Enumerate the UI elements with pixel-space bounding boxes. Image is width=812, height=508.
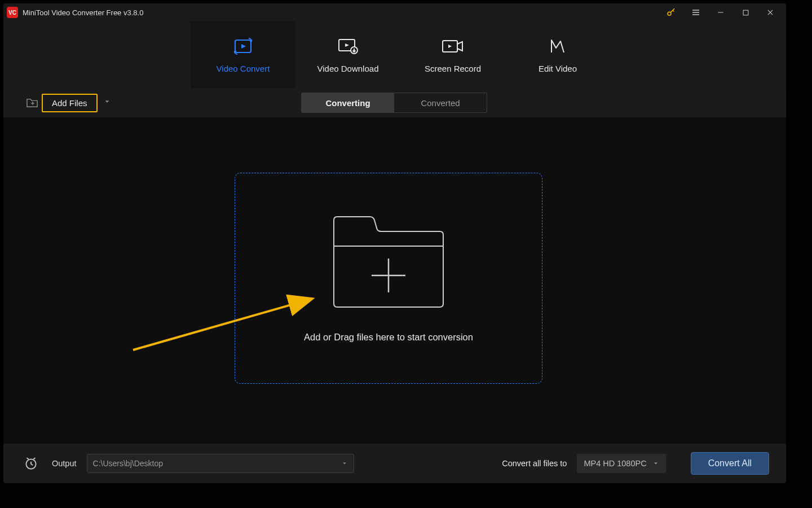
edit-video-icon — [548, 37, 567, 56]
add-folder-icon — [26, 97, 38, 108]
video-download-icon — [337, 37, 359, 56]
tab-video-convert[interactable]: Video Convert — [191, 21, 295, 88]
segment-label: Converted — [421, 98, 460, 108]
output-format-select[interactable]: MP4 HD 1080PC — [577, 454, 665, 473]
video-convert-icon — [232, 37, 254, 56]
add-files-label: Add Files — [52, 98, 87, 108]
key-icon[interactable] — [659, 3, 683, 21]
app-logo: VC — [7, 7, 18, 18]
app-window: VC MiniTool Video Converter Free v3.8.0 — [3, 3, 786, 483]
app-logo-text: VC — [8, 10, 16, 16]
output-label: Output — [52, 459, 77, 468]
schedule-icon[interactable] — [24, 456, 38, 471]
svg-rect-1 — [743, 10, 748, 15]
titlebar: VC MiniTool Video Converter Free v3.8.0 — [3, 3, 786, 21]
bottom-bar: Output C:\Users\bj\Desktop Convert all f… — [3, 444, 786, 483]
menu-icon[interactable] — [683, 3, 708, 21]
tab-video-download[interactable]: Video Download — [295, 21, 400, 88]
tab-screen-record[interactable]: Screen Record — [400, 21, 505, 88]
maximize-button[interactable] — [733, 3, 758, 21]
segment-label: Converting — [325, 98, 370, 108]
app-title: MiniTool Video Converter Free v3.8.0 — [23, 8, 143, 17]
output-path-select[interactable]: C:\Users\bj\Desktop — [87, 454, 354, 473]
output-path-value: C:\Users\bj\Desktop — [93, 459, 163, 468]
main-area: Add or Drag files here to start conversi… — [3, 117, 786, 444]
dropzone-text: Add or Drag files here to start conversi… — [304, 332, 473, 343]
status-segmented: Converting Converted — [301, 93, 487, 113]
tab-edit-video[interactable]: Edit Video — [505, 21, 610, 88]
tab-label: Video Convert — [217, 64, 270, 73]
output-format-value: MP4 HD 1080PC — [584, 459, 646, 468]
minimize-button[interactable] — [708, 3, 733, 21]
chevron-down-icon — [341, 460, 348, 467]
dropzone[interactable]: Add or Drag files here to start conversi… — [235, 173, 542, 384]
tab-label: Edit Video — [539, 64, 577, 73]
convert-all-button-label: Convert All — [708, 458, 752, 468]
tab-label: Video Download — [317, 64, 379, 73]
chevron-down-icon — [652, 460, 659, 467]
tab-label: Screen Record — [425, 64, 481, 73]
close-button[interactable] — [758, 3, 783, 21]
convert-all-button[interactable]: Convert All — [691, 452, 769, 475]
add-files-dropdown-icon[interactable] — [103, 98, 111, 108]
screen-record-icon — [441, 37, 465, 56]
top-nav: Video Convert Video Download — [3, 21, 786, 88]
segment-converted[interactable]: Converted — [394, 93, 487, 112]
toolbar: Add Files Converting Converted — [3, 88, 786, 117]
segment-converting[interactable]: Converting — [302, 93, 394, 112]
add-files-button[interactable]: Add Files — [42, 94, 98, 112]
convert-all-files-label: Convert all files to — [502, 459, 567, 468]
dropzone-folder-icon — [329, 214, 448, 313]
